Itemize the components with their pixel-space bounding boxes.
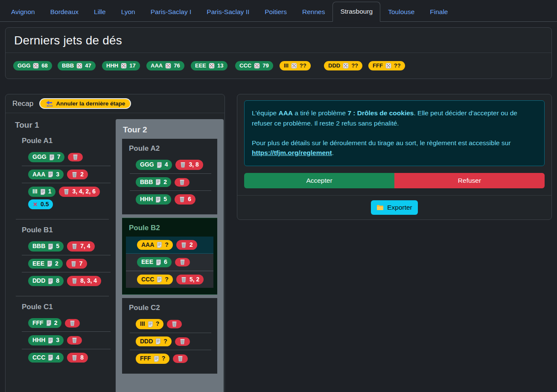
trash-icon [69, 320, 76, 326]
team-row-line: CCC48 [28, 353, 111, 363]
trash-badge: 6 [175, 194, 195, 205]
memo-icon [48, 171, 53, 178]
tab-toulouse[interactable]: Toulouse [380, 2, 422, 22]
team-row-line: AAA?2 [137, 240, 210, 250]
dice-badge-roll: 79 [262, 62, 268, 69]
poule-poule-b1: Poule B1BBB57, 4EEE27DDD88, 3, 4 [22, 226, 111, 290]
team-row-line: BBB57, 4 [28, 241, 111, 252]
memo-icon [148, 321, 153, 328]
team-name: DDD [32, 277, 45, 285]
team-row-line: EEE6 [137, 257, 210, 267]
dice-badge-team: III [284, 62, 289, 69]
problem-number: ? [165, 276, 169, 284]
dice-badges-row: GGG68BBB47HHH17AAA76EEE13CCC79III??DDD??… [6, 53, 551, 79]
refuse-button[interactable]: Refuser [394, 173, 545, 188]
dice-badge-team: AAA [151, 62, 163, 69]
team-row-line: AAA32 [28, 170, 111, 180]
dice-badge-team: DDD [328, 62, 340, 69]
trash-icon [63, 189, 70, 195]
team-problem-badge: HHH5 [136, 194, 171, 205]
recap-body: Tour 1 Poule A1GGG7AAA32III13, 4, 2, 60.… [6, 113, 225, 392]
tour1-poules: Poule A1GGG7AAA32III13, 4, 2, 60.5Poule … [12, 137, 111, 366]
tab-bordeaux[interactable]: Bordeaux [43, 2, 86, 22]
trash-badge: 7, 4 [67, 241, 94, 252]
poule-title: Poule A2 [129, 144, 210, 153]
team-row-FFF: FFF? [130, 350, 211, 367]
trash-badge [175, 178, 190, 187]
dice-badge-roll: 76 [174, 62, 180, 69]
team-row-BBB: BBB57, 4 [22, 238, 111, 255]
poule-title: Poule C1 [22, 303, 111, 311]
trash-badge [65, 319, 80, 328]
undo-last-step-button[interactable]: BACK Annuler la dernière étape [39, 98, 131, 109]
problem-number: 3 [56, 336, 59, 344]
team-row-line: BBB2 [136, 177, 211, 187]
problem-number: 8 [56, 277, 59, 285]
team-problem-badge: DDD? [136, 336, 172, 347]
dice-badge-AAA: AAA76 [146, 61, 184, 70]
accept-button[interactable]: Accepter [244, 173, 394, 188]
poule-rows: III?DDD?FFF? [128, 316, 211, 367]
problem-number: 3 [56, 171, 59, 178]
dice-icon [385, 63, 391, 69]
team-row-line: FFF2 [28, 318, 111, 328]
dice-panel-title: Derniers jets de dés [14, 34, 543, 47]
folder-icon [376, 205, 384, 211]
team-name: III [32, 188, 38, 196]
tab-lille[interactable]: Lille [86, 2, 114, 22]
team-problem-badge: AAA3 [28, 170, 64, 180]
poule-title: Poule B1 [22, 226, 111, 234]
tab-rennes[interactable]: Rennes [295, 2, 332, 22]
tab-paris-saclay-i[interactable]: Paris-Saclay I [143, 2, 199, 22]
team-name: CCC [32, 354, 45, 362]
team-problem-badge: EEE2 [28, 259, 63, 269]
dice-badge-BBB: BBB47 [58, 61, 96, 70]
poule-rows: GGG43, 8BBB2HHH56 [128, 156, 211, 208]
tab-poitiers[interactable]: Poitiers [257, 2, 295, 22]
tab-strasbourg[interactable]: Strasbourg [332, 2, 380, 22]
trash-badge: 2 [67, 170, 88, 180]
problem-number: 4 [165, 161, 168, 169]
trash-badge: 3, 8 [175, 160, 203, 170]
trash-icon [71, 337, 78, 343]
tab-finale[interactable]: Finale [422, 2, 455, 22]
poule-separator [16, 219, 109, 219]
team-row-line: GGG7 [28, 152, 111, 162]
trash-badge [67, 336, 82, 345]
dice-icon [76, 63, 82, 69]
team-row-CCC: CCC48 [22, 349, 111, 366]
team-row-line: DDD? [136, 336, 211, 347]
trash-badge: 8 [67, 353, 88, 363]
team-problem-badge: BBB2 [136, 177, 171, 187]
dice-icon [165, 63, 171, 69]
dice-badge-CCC: CCC79 [235, 61, 273, 70]
reglement-link[interactable]: https://tfjm.org/reglement [252, 149, 332, 156]
poule-rows: AAA?2EEE6CCC?5, 2 [126, 237, 213, 288]
penalty-line: 0.5 [28, 199, 111, 210]
problem-number: ? [165, 241, 169, 249]
trash-icon [72, 154, 79, 160]
dice-badge-EEE: EEE13 [191, 61, 227, 70]
trash-badge [175, 337, 190, 346]
team-name: DDD [140, 338, 153, 345]
team-row-line: GGG43, 8 [136, 160, 211, 170]
dice-badge-III: III?? [280, 61, 311, 70]
decision-button-group: Accepter Refuser [244, 173, 545, 188]
team-problem-badge: GGG7 [28, 152, 64, 162]
tab-avignon[interactable]: Avignon [3, 2, 43, 22]
tab-lyon[interactable]: Lyon [114, 2, 143, 22]
team-problem-badge: DDD8 [28, 276, 64, 286]
problem-number: 5 [163, 196, 167, 203]
tab-paris-saclay-ii[interactable]: Paris-Saclay II [199, 2, 257, 22]
team-name: CCC [141, 276, 154, 284]
export-button[interactable]: Exporter [371, 200, 418, 215]
alert-text-segment: L'équipe [252, 109, 278, 117]
recap-header: Recap BACK Annuler la dernière étape [6, 94, 225, 113]
trash-badge: 3, 4, 2, 6 [59, 187, 99, 197]
team-row-line: EEE27 [28, 259, 111, 269]
dice-badge-team: FFF [373, 62, 383, 69]
dice-badge-slot: FFF?? [368, 61, 413, 70]
memo-icon [157, 162, 162, 168]
export-button-label: Exporter [387, 204, 412, 211]
tour2-poules: Poule A2GGG43, 8BBB2HHH56Poule B2AAA?2EE… [122, 139, 217, 374]
